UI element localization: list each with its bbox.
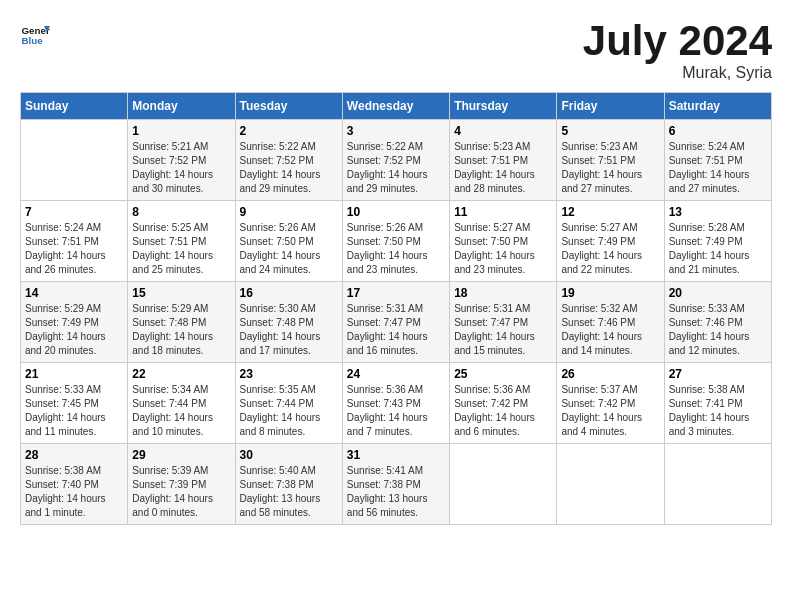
day-info: Sunrise: 5:38 AM Sunset: 7:41 PM Dayligh… [669,383,767,439]
week-row-4: 21Sunrise: 5:33 AM Sunset: 7:45 PM Dayli… [21,363,772,444]
day-number: 8 [132,205,230,219]
col-header-tuesday: Tuesday [235,93,342,120]
calendar-cell: 24Sunrise: 5:36 AM Sunset: 7:43 PM Dayli… [342,363,449,444]
calendar-cell: 27Sunrise: 5:38 AM Sunset: 7:41 PM Dayli… [664,363,771,444]
day-info: Sunrise: 5:24 AM Sunset: 7:51 PM Dayligh… [669,140,767,196]
day-info: Sunrise: 5:29 AM Sunset: 7:48 PM Dayligh… [132,302,230,358]
week-row-3: 14Sunrise: 5:29 AM Sunset: 7:49 PM Dayli… [21,282,772,363]
calendar-cell: 11Sunrise: 5:27 AM Sunset: 7:50 PM Dayli… [450,201,557,282]
location-title: Murak, Syria [583,64,772,82]
calendar-cell: 12Sunrise: 5:27 AM Sunset: 7:49 PM Dayli… [557,201,664,282]
day-info: Sunrise: 5:31 AM Sunset: 7:47 PM Dayligh… [454,302,552,358]
day-number: 20 [669,286,767,300]
calendar-cell: 20Sunrise: 5:33 AM Sunset: 7:46 PM Dayli… [664,282,771,363]
day-info: Sunrise: 5:21 AM Sunset: 7:52 PM Dayligh… [132,140,230,196]
week-row-5: 28Sunrise: 5:38 AM Sunset: 7:40 PM Dayli… [21,444,772,525]
title-area: July 2024 Murak, Syria [583,20,772,82]
calendar-cell: 2Sunrise: 5:22 AM Sunset: 7:52 PM Daylig… [235,120,342,201]
day-info: Sunrise: 5:23 AM Sunset: 7:51 PM Dayligh… [561,140,659,196]
week-row-1: 1Sunrise: 5:21 AM Sunset: 7:52 PM Daylig… [21,120,772,201]
day-number: 17 [347,286,445,300]
month-title: July 2024 [583,20,772,62]
day-info: Sunrise: 5:39 AM Sunset: 7:39 PM Dayligh… [132,464,230,520]
logo-icon: General Blue [20,20,50,50]
day-number: 27 [669,367,767,381]
calendar-cell: 17Sunrise: 5:31 AM Sunset: 7:47 PM Dayli… [342,282,449,363]
day-number: 4 [454,124,552,138]
day-info: Sunrise: 5:32 AM Sunset: 7:46 PM Dayligh… [561,302,659,358]
calendar-cell: 14Sunrise: 5:29 AM Sunset: 7:49 PM Dayli… [21,282,128,363]
day-info: Sunrise: 5:33 AM Sunset: 7:45 PM Dayligh… [25,383,123,439]
day-number: 14 [25,286,123,300]
day-info: Sunrise: 5:37 AM Sunset: 7:42 PM Dayligh… [561,383,659,439]
day-info: Sunrise: 5:34 AM Sunset: 7:44 PM Dayligh… [132,383,230,439]
day-number: 5 [561,124,659,138]
day-info: Sunrise: 5:26 AM Sunset: 7:50 PM Dayligh… [347,221,445,277]
calendar-cell: 8Sunrise: 5:25 AM Sunset: 7:51 PM Daylig… [128,201,235,282]
calendar-cell [557,444,664,525]
logo: General Blue [20,20,50,50]
day-info: Sunrise: 5:33 AM Sunset: 7:46 PM Dayligh… [669,302,767,358]
calendar-cell: 18Sunrise: 5:31 AM Sunset: 7:47 PM Dayli… [450,282,557,363]
calendar-cell: 25Sunrise: 5:36 AM Sunset: 7:42 PM Dayli… [450,363,557,444]
day-number: 11 [454,205,552,219]
day-info: Sunrise: 5:41 AM Sunset: 7:38 PM Dayligh… [347,464,445,520]
day-info: Sunrise: 5:36 AM Sunset: 7:42 PM Dayligh… [454,383,552,439]
calendar-cell: 23Sunrise: 5:35 AM Sunset: 7:44 PM Dayli… [235,363,342,444]
day-number: 2 [240,124,338,138]
day-number: 10 [347,205,445,219]
day-info: Sunrise: 5:22 AM Sunset: 7:52 PM Dayligh… [240,140,338,196]
calendar-cell: 16Sunrise: 5:30 AM Sunset: 7:48 PM Dayli… [235,282,342,363]
day-number: 22 [132,367,230,381]
day-number: 3 [347,124,445,138]
day-info: Sunrise: 5:26 AM Sunset: 7:50 PM Dayligh… [240,221,338,277]
calendar-cell: 13Sunrise: 5:28 AM Sunset: 7:49 PM Dayli… [664,201,771,282]
day-number: 31 [347,448,445,462]
day-number: 26 [561,367,659,381]
day-number: 15 [132,286,230,300]
calendar-cell [664,444,771,525]
day-number: 23 [240,367,338,381]
day-number: 30 [240,448,338,462]
day-info: Sunrise: 5:31 AM Sunset: 7:47 PM Dayligh… [347,302,445,358]
day-info: Sunrise: 5:23 AM Sunset: 7:51 PM Dayligh… [454,140,552,196]
day-info: Sunrise: 5:28 AM Sunset: 7:49 PM Dayligh… [669,221,767,277]
day-info: Sunrise: 5:36 AM Sunset: 7:43 PM Dayligh… [347,383,445,439]
day-number: 1 [132,124,230,138]
day-number: 7 [25,205,123,219]
col-header-saturday: Saturday [664,93,771,120]
calendar-cell: 22Sunrise: 5:34 AM Sunset: 7:44 PM Dayli… [128,363,235,444]
calendar-cell: 4Sunrise: 5:23 AM Sunset: 7:51 PM Daylig… [450,120,557,201]
col-header-thursday: Thursday [450,93,557,120]
calendar-table: SundayMondayTuesdayWednesdayThursdayFrid… [20,92,772,525]
day-number: 19 [561,286,659,300]
week-row-2: 7Sunrise: 5:24 AM Sunset: 7:51 PM Daylig… [21,201,772,282]
day-info: Sunrise: 5:27 AM Sunset: 7:50 PM Dayligh… [454,221,552,277]
day-number: 28 [25,448,123,462]
calendar-cell: 31Sunrise: 5:41 AM Sunset: 7:38 PM Dayli… [342,444,449,525]
calendar-cell: 10Sunrise: 5:26 AM Sunset: 7:50 PM Dayli… [342,201,449,282]
calendar-cell: 30Sunrise: 5:40 AM Sunset: 7:38 PM Dayli… [235,444,342,525]
day-info: Sunrise: 5:24 AM Sunset: 7:51 PM Dayligh… [25,221,123,277]
calendar-cell: 29Sunrise: 5:39 AM Sunset: 7:39 PM Dayli… [128,444,235,525]
day-number: 24 [347,367,445,381]
day-number: 12 [561,205,659,219]
day-number: 25 [454,367,552,381]
day-number: 29 [132,448,230,462]
calendar-cell [21,120,128,201]
calendar-cell: 28Sunrise: 5:38 AM Sunset: 7:40 PM Dayli… [21,444,128,525]
day-info: Sunrise: 5:30 AM Sunset: 7:48 PM Dayligh… [240,302,338,358]
header: General Blue July 2024 Murak, Syria [20,20,772,82]
col-header-friday: Friday [557,93,664,120]
day-info: Sunrise: 5:22 AM Sunset: 7:52 PM Dayligh… [347,140,445,196]
header-row: SundayMondayTuesdayWednesdayThursdayFrid… [21,93,772,120]
calendar-cell: 1Sunrise: 5:21 AM Sunset: 7:52 PM Daylig… [128,120,235,201]
day-number: 9 [240,205,338,219]
calendar-cell: 21Sunrise: 5:33 AM Sunset: 7:45 PM Dayli… [21,363,128,444]
day-info: Sunrise: 5:25 AM Sunset: 7:51 PM Dayligh… [132,221,230,277]
calendar-cell: 26Sunrise: 5:37 AM Sunset: 7:42 PM Dayli… [557,363,664,444]
day-info: Sunrise: 5:38 AM Sunset: 7:40 PM Dayligh… [25,464,123,520]
day-info: Sunrise: 5:35 AM Sunset: 7:44 PM Dayligh… [240,383,338,439]
svg-text:Blue: Blue [22,35,44,46]
day-number: 6 [669,124,767,138]
